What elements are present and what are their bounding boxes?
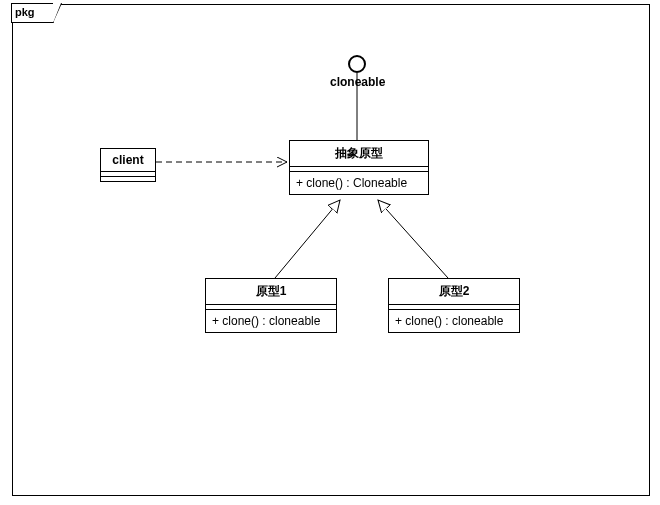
class-client-name: client [101, 149, 155, 172]
class-prototype2-ops: + clone() : cloneable [389, 310, 519, 332]
line-generalization-proto1 [275, 200, 340, 278]
class-client: client [100, 148, 156, 182]
class-prototype1: 原型1 + clone() : cloneable [205, 278, 337, 333]
class-abstract-name: 抽象原型 [290, 141, 428, 167]
package-label: pkg [11, 3, 54, 23]
line-generalization-proto2 [378, 200, 448, 278]
interface-label: cloneable [330, 75, 385, 89]
interface-circle [348, 55, 366, 73]
class-prototype1-name: 原型1 [206, 279, 336, 305]
class-prototype2: 原型2 + clone() : cloneable [388, 278, 520, 333]
class-prototype1-ops: + clone() : cloneable [206, 310, 336, 332]
class-abstract-prototype: 抽象原型 + clone() : Cloneable [289, 140, 429, 195]
class-abstract-ops: + clone() : Cloneable [290, 172, 428, 194]
class-client-ops [101, 177, 155, 181]
class-prototype2-name: 原型2 [389, 279, 519, 305]
uml-canvas: pkg cloneable client 抽象原型 + clone() : Cl… [0, 0, 660, 505]
